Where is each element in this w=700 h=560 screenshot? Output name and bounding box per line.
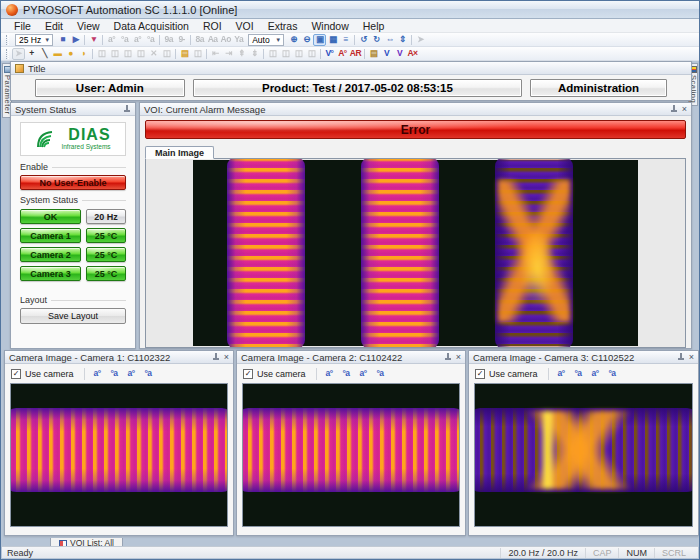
order-up-icon: ◫ [292, 48, 305, 60]
window-titlebar: PYROSOFT Automation SC 1.1.1.0 [Online] [1, 1, 699, 19]
nuc-b-icon[interactable]: °a [572, 368, 585, 380]
play-icon[interactable]: ▶ [69, 34, 82, 46]
use-camera-label: Use camera [25, 369, 74, 379]
close-icon[interactable]: × [456, 353, 461, 362]
image-view-icon[interactable]: ▦ [326, 34, 339, 46]
nuc-a-icon[interactable]: a° [555, 368, 568, 380]
nuc-d-icon[interactable]: °a [142, 368, 155, 380]
chevron-down-icon: ▼ [275, 37, 281, 43]
fit-to-window-icon[interactable]: ▣ [313, 34, 326, 46]
use-camera-checkbox[interactable]: ✓ [475, 369, 485, 379]
nuc-c-icon[interactable]: a° [357, 368, 370, 380]
save-layout-button[interactable]: Save Layout [20, 308, 126, 324]
camera-2-image[interactable] [242, 383, 460, 527]
toolbar-separator [411, 35, 412, 45]
pin-icon[interactable] [677, 353, 685, 362]
camera-3-header: Camera Image - Camera 3: C1102522 × [469, 351, 698, 364]
ellipse-tool-icon[interactable]: ● [64, 48, 77, 60]
menu-window[interactable]: Window [304, 20, 355, 32]
voi-panel-caption: VOI: Current Alarm Message [144, 104, 265, 115]
nuc-c-icon[interactable]: a° [589, 368, 602, 380]
voi-list-b-icon[interactable]: V [393, 48, 406, 60]
rotate-right-icon[interactable]: ↻ [370, 34, 383, 46]
camera-1-thermal-tube [10, 408, 228, 492]
user-button[interactable]: User: Admin [35, 79, 185, 97]
menu-edit[interactable]: Edit [38, 20, 70, 32]
pin-icon[interactable] [670, 105, 678, 114]
title-panel: Title User: Admin Product: Test / 2017-0… [10, 61, 692, 101]
copy-voi-icon: ◫ [95, 48, 108, 60]
line-tool-icon[interactable]: ╲ [38, 48, 51, 60]
close-icon[interactable]: × [689, 353, 694, 362]
camera-1-image[interactable] [10, 383, 228, 527]
system-status-caption: System Status [15, 104, 76, 115]
toolbar-separator [206, 49, 207, 59]
nuc-b-icon[interactable]: °a [108, 368, 121, 380]
toolbar-row-2: ➤+╲▬●◗◫◫◫◫✕◫▤◫⇤⇥⇞⇟◫◫◫◫V°A°AR▤VVA× [1, 47, 699, 61]
pin-icon[interactable] [212, 353, 220, 362]
tab-main-image[interactable]: Main Image [145, 146, 214, 159]
toolbar-separator [159, 35, 160, 45]
nuc-a-icon[interactable]: a° [91, 368, 104, 380]
pin-icon[interactable] [123, 105, 131, 114]
paste-voi-icon[interactable]: ▤ [178, 48, 191, 60]
main-thermal-image[interactable] [193, 160, 638, 346]
menu-data-acquisition[interactable]: Data Acquisition [107, 20, 196, 32]
product-button[interactable]: Product: Test / 2017-05-02 08:53:15 [193, 79, 522, 97]
voi-delete-icon[interactable]: A× [406, 48, 419, 60]
replay-stop-icon: °a [144, 34, 157, 46]
pin-icon[interactable] [444, 353, 452, 362]
rotate-left-icon[interactable]: ↺ [357, 34, 370, 46]
use-camera-checkbox[interactable]: ✓ [11, 369, 21, 379]
toolbar-separator [263, 49, 264, 59]
filter-icon[interactable]: ▼ [87, 34, 100, 46]
group-voi-icon: ◫ [121, 48, 134, 60]
alarm-banner: Error [145, 120, 686, 139]
use-camera-checkbox[interactable]: ✓ [243, 369, 253, 379]
camera-3-image[interactable] [474, 383, 693, 527]
menu-help[interactable]: Help [356, 20, 392, 32]
zoom-out-icon[interactable]: ⊖ [300, 34, 313, 46]
menu-roi[interactable]: ROI [196, 20, 229, 32]
system-status-header: System Status [11, 103, 135, 116]
profile-lines-icon[interactable]: ≡ [339, 34, 352, 46]
frame-rate-select[interactable]: 25 Hz▼ [15, 34, 53, 46]
polygon-tool-icon[interactable]: ◗ [77, 48, 90, 60]
voi-folder-icon[interactable]: ▤ [367, 48, 380, 60]
nuc-d-icon[interactable]: °a [606, 368, 619, 380]
nuc-c-icon[interactable]: a° [125, 368, 138, 380]
nuc-b-icon[interactable]: °a [340, 368, 353, 380]
stop-icon[interactable]: ■ [56, 34, 69, 46]
close-icon[interactable]: × [224, 353, 229, 362]
dias-brand-text: DIAS [68, 127, 110, 143]
pointer-icon: ➤ [414, 34, 427, 46]
roi-reference-icon[interactable]: AR [349, 48, 362, 60]
menu-file[interactable]: File [7, 20, 38, 32]
nuc-a-icon[interactable]: a° [323, 368, 336, 380]
nudge-right-icon: ⇥ [222, 48, 235, 60]
thermal-column-3-defect [495, 158, 573, 348]
toolbar-grip[interactable] [6, 49, 9, 59]
menu-extras[interactable]: Extras [261, 20, 305, 32]
scaling-mode-select[interactable]: Auto▼ [248, 34, 284, 46]
title-panel-caption: Title [28, 63, 46, 74]
add-voi-icon[interactable]: + [25, 48, 38, 60]
zoom-in-icon[interactable]: ⊕ [287, 34, 300, 46]
rectangle-tool-icon[interactable]: ▬ [51, 48, 64, 60]
menu-voi[interactable]: VOI [229, 20, 261, 32]
roi-alarm-icon[interactable]: A° [336, 48, 349, 60]
nudge-down-icon: ⇟ [248, 48, 261, 60]
flip-horizontal-icon[interactable]: ⇔ [383, 34, 396, 46]
close-icon[interactable]: × [682, 105, 687, 114]
toolbar-grip[interactable] [6, 35, 9, 45]
voi-value-icon[interactable]: V° [323, 48, 336, 60]
toolbar-separator [364, 49, 365, 59]
camera-toolbar-icons: a°°aa°°a [84, 368, 155, 380]
voi-list-a-icon[interactable]: V [380, 48, 393, 60]
flip-vertical-icon[interactable]: ⇕ [396, 34, 409, 46]
use-camera-label: Use camera [489, 369, 538, 379]
delete-voi-icon: ✕ [147, 48, 160, 60]
administration-button[interactable]: Administration [530, 79, 667, 97]
nuc-d-icon[interactable]: °a [374, 368, 387, 380]
menu-view[interactable]: View [70, 20, 107, 32]
